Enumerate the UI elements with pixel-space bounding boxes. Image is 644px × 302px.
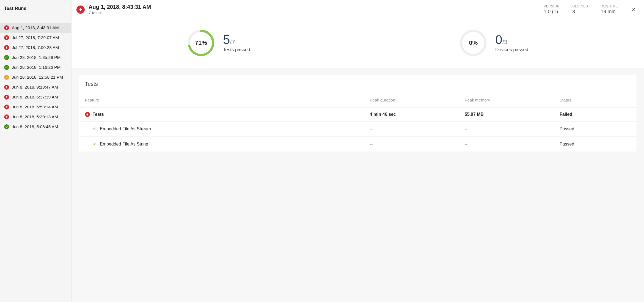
meta-runtime-value: 19 min xyxy=(601,9,618,15)
run-item-label: Jun 8, 2018, 5:30:13 AM xyxy=(12,114,58,119)
run-item-label: Jun 8, 2018, 9:13:47 AM xyxy=(12,85,58,90)
devices-progress-ring: 0% xyxy=(459,29,487,57)
run-status-icon xyxy=(76,6,85,14)
meta-runtime: RUN TIME 19 min xyxy=(601,4,618,15)
bolt-icon xyxy=(4,114,9,119)
topbar-title-block: Aug 1, 2018, 8:43:31 AM 7 tests xyxy=(89,4,151,15)
bolt-icon xyxy=(4,105,9,109)
check-icon xyxy=(92,126,97,132)
col-status: Status xyxy=(554,95,637,108)
run-item[interactable]: Jul 27, 2018, 7:29:07 AM xyxy=(0,33,71,43)
run-item-label: Jun 8, 2018, 5:53:14 AM xyxy=(12,105,58,109)
feature-name: Embedded File As Stream xyxy=(100,127,151,131)
tests-fraction: 5/7 xyxy=(223,33,250,46)
run-subtitle: 7 tests xyxy=(89,10,151,15)
devices-fraction: 0/3 xyxy=(495,33,528,46)
tests-card: Tests Feature Peak duration Peak memory … xyxy=(79,75,637,152)
meta-devices-label: DEVICES xyxy=(573,4,588,8)
check-icon xyxy=(4,65,9,70)
tests-card-title: Tests xyxy=(79,75,637,95)
devices-percent: 0% xyxy=(459,29,487,57)
bolt-icon xyxy=(4,45,9,50)
peak-memory-cell: -- xyxy=(459,137,554,152)
summary-tests: 71% 5/7 Tests passed xyxy=(187,29,250,57)
close-button[interactable] xyxy=(629,6,637,13)
app-root: Test Runs Aug 1, 2018, 8:43:31 AMJul 27,… xyxy=(0,0,644,302)
run-item[interactable]: Aug 1, 2018, 8:43:31 AM xyxy=(0,23,71,33)
test-row[interactable]: Embedded File As String----Passed xyxy=(79,137,637,152)
run-item-label: Aug 1, 2018, 8:43:31 AM xyxy=(12,25,59,30)
col-feature: Feature xyxy=(79,95,364,108)
devices-denominator: /3 xyxy=(502,39,507,45)
feature-name: Tests xyxy=(93,112,104,117)
run-item-label: Jul 27, 2018, 7:00:28 AM xyxy=(12,45,59,50)
run-item[interactable]: Jun 28, 2018, 1:35:29 PM xyxy=(0,53,71,62)
devices-caption: Devices passed xyxy=(495,47,528,53)
peak-duration-cell: 4 min 46 sec xyxy=(364,108,459,122)
tests-caption: Tests passed xyxy=(223,47,250,53)
summary-section: 71% 5/7 Tests passed 0% xyxy=(71,19,644,68)
tests-denominator: /7 xyxy=(230,39,235,45)
status-cell: Passed xyxy=(554,122,637,137)
run-item[interactable]: Jun 28, 2018, 1:16:26 PM xyxy=(0,62,71,72)
run-item-label: Jun 8, 2018, 5:06:45 AM xyxy=(12,124,58,129)
check-icon xyxy=(4,55,9,60)
run-item-label: Jun 8, 2018, 6:37:39 AM xyxy=(12,95,58,100)
run-list: Aug 1, 2018, 8:43:31 AMJul 27, 2018, 7:2… xyxy=(0,17,71,132)
x-icon xyxy=(4,75,9,80)
feature-name: Embedded File As String xyxy=(100,142,148,147)
tests-table: Feature Peak duration Peak memory Status… xyxy=(79,95,637,152)
sidebar-title: Test Runs xyxy=(0,0,71,17)
content-area: Tests Feature Peak duration Peak memory … xyxy=(71,68,644,302)
run-item[interactable]: Jun 8, 2018, 5:53:14 AM xyxy=(0,102,71,112)
summary-devices: 0% 0/3 Devices passed xyxy=(459,29,528,57)
run-item-label: Jun 28, 2018, 12:58:21 PM xyxy=(12,75,63,80)
run-item-label: Jun 28, 2018, 1:35:29 PM xyxy=(12,55,61,60)
meta-devices: DEVICES 3 xyxy=(573,4,588,15)
bolt-icon xyxy=(85,112,90,117)
run-item[interactable]: Jun 8, 2018, 6:37:39 AM xyxy=(0,92,71,102)
test-row[interactable]: Tests4 min 46 sec55.97 MBFailed xyxy=(79,108,637,122)
check-icon xyxy=(92,141,97,147)
check-icon xyxy=(4,124,9,129)
topbar: Aug 1, 2018, 8:43:31 AM 7 tests VERSION … xyxy=(71,0,644,19)
meta-runtime-label: RUN TIME xyxy=(601,4,618,8)
bolt-icon xyxy=(4,95,9,100)
devices-numerator: 0 xyxy=(495,33,502,46)
col-peak-memory: Peak memory xyxy=(459,95,554,108)
meta-devices-value: 3 xyxy=(573,9,588,15)
run-item-label: Jul 27, 2018, 7:29:07 AM xyxy=(12,35,59,40)
run-item[interactable]: Jun 8, 2018, 5:06:45 AM xyxy=(0,122,71,132)
main: Aug 1, 2018, 8:43:31 AM 7 tests VERSION … xyxy=(71,0,644,302)
meta-version-value: 1.0 (1) xyxy=(544,9,560,15)
run-item[interactable]: Jul 27, 2018, 7:00:28 AM xyxy=(0,43,71,53)
bolt-icon xyxy=(4,85,9,90)
tests-progress-ring: 71% xyxy=(187,29,215,57)
peak-memory-cell: 55.97 MB xyxy=(459,108,554,122)
peak-duration-cell: -- xyxy=(364,137,459,152)
run-item[interactable]: Jun 8, 2018, 9:13:47 AM xyxy=(0,82,71,92)
bolt-icon xyxy=(4,25,9,30)
bolt-icon xyxy=(4,35,9,40)
run-title: Aug 1, 2018, 8:43:31 AM xyxy=(89,4,151,10)
tests-numerator: 5 xyxy=(223,33,230,46)
status-cell: Passed xyxy=(554,137,637,152)
peak-memory-cell: -- xyxy=(459,122,554,137)
run-item[interactable]: Jun 28, 2018, 12:58:21 PM xyxy=(0,72,71,82)
meta-version: VERSION 1.0 (1) xyxy=(544,4,560,15)
run-item-label: Jun 28, 2018, 1:16:26 PM xyxy=(12,65,61,70)
status-cell: Failed xyxy=(554,108,637,122)
peak-duration-cell: -- xyxy=(364,122,459,137)
test-row[interactable]: Embedded File As Stream----Passed xyxy=(79,122,637,137)
tests-percent: 71% xyxy=(187,29,215,57)
sidebar: Test Runs Aug 1, 2018, 8:43:31 AMJul 27,… xyxy=(0,0,71,302)
meta-version-label: VERSION xyxy=(544,4,560,8)
run-item[interactable]: Jun 8, 2018, 5:30:13 AM xyxy=(0,112,71,122)
col-peak-duration: Peak duration xyxy=(364,95,459,108)
